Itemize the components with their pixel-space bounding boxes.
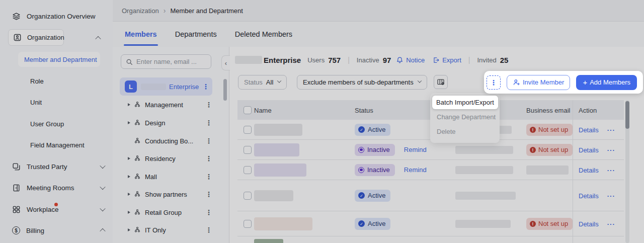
sidebar-item-organization-overview[interactable]: Organization Overview xyxy=(12,10,105,23)
expand-arrow-icon[interactable] xyxy=(128,121,130,124)
details-link[interactable]: Details xyxy=(579,126,599,133)
sidebar-item-organization[interactable]: Organization xyxy=(8,29,64,46)
tree-scrollbar[interactable] xyxy=(223,79,227,101)
sidebar-item-member-and-department[interactable]: Member and Department xyxy=(18,52,100,67)
select-all-checkbox[interactable] xyxy=(244,106,252,114)
details-link[interactable]: Details xyxy=(579,192,599,199)
kebab-menu-icon[interactable]: ⋮ xyxy=(205,137,212,145)
remind-link[interactable]: Remind xyxy=(404,146,427,153)
tab-deleted-members[interactable]: Deleted Members xyxy=(235,30,292,38)
tree-item-label: IT Only xyxy=(145,226,205,234)
row-more-icon[interactable]: ··· xyxy=(607,220,615,227)
check-circle-icon: ✓ xyxy=(358,126,365,133)
tab-departments[interactable]: Departments xyxy=(175,30,217,38)
row-checkbox[interactable] xyxy=(244,220,252,228)
row-checkbox[interactable] xyxy=(244,192,252,200)
sidebar-item-meeting-rooms[interactable]: Meeting Rooms xyxy=(12,181,105,194)
kebab-menu-icon[interactable]: ⋮ xyxy=(205,154,212,163)
search-input[interactable] xyxy=(136,58,202,65)
details-link[interactable]: Details xyxy=(579,220,599,227)
row-checkbox[interactable] xyxy=(244,146,252,154)
kebab-menu-icon[interactable]: ⋮ xyxy=(205,190,212,198)
collapse-panel-button[interactable]: ‹ xyxy=(221,55,230,70)
redacted-name xyxy=(254,124,302,136)
status-filter-select[interactable]: Status All xyxy=(238,75,287,90)
expand-arrow-icon[interactable] xyxy=(128,193,130,196)
redacted-name xyxy=(254,217,312,230)
sidebar-item-label: Field Management xyxy=(30,141,85,149)
sidebar-item-workplace[interactable]: Workplace xyxy=(12,203,105,216)
sidebar-item-trusted-party[interactable]: Trusted Party xyxy=(12,160,105,173)
tree-item-mall[interactable]: Mall⋮ xyxy=(120,168,212,186)
chevron-up-icon xyxy=(100,228,105,234)
column-header-action: Action xyxy=(579,106,597,114)
sidebar-item-role[interactable]: Role xyxy=(30,75,44,87)
table-settings-icon xyxy=(437,78,445,86)
notification-dot xyxy=(54,203,58,206)
export-link[interactable]: Export xyxy=(432,56,461,64)
kebab-menu-icon[interactable]: ⋮ xyxy=(205,208,212,216)
table-scrollbar-thumb[interactable] xyxy=(625,101,629,129)
kebab-menu-icon[interactable]: ⋮ xyxy=(202,83,209,91)
tree-item-retail-group[interactable]: Retail Group⋮ xyxy=(120,203,212,221)
kebab-menu-icon[interactable]: ⋮ xyxy=(205,101,212,109)
inactive-dot-icon xyxy=(358,167,364,173)
sidebar-item-unit[interactable]: Unit xyxy=(30,97,42,108)
tab-members[interactable]: Members xyxy=(125,30,157,38)
chevron-down-icon xyxy=(100,163,105,169)
row-more-icon[interactable]: ··· xyxy=(607,146,615,153)
tree-item-residency[interactable]: Residency⋮ xyxy=(120,149,212,168)
notice-link[interactable]: Notice xyxy=(396,56,425,64)
tree-item-show-partners[interactable]: Show partners⋮ xyxy=(120,185,212,203)
details-link[interactable]: Details xyxy=(579,146,599,153)
org-chart-icon xyxy=(134,191,141,198)
add-members-button[interactable]: + Add Members xyxy=(576,75,637,90)
remind-link[interactable]: Remind xyxy=(404,166,427,174)
breadcrumb-parent[interactable]: Organization xyxy=(122,7,159,15)
sidebar-item-billing[interactable]: $ Billing xyxy=(12,224,105,237)
column-settings-button[interactable] xyxy=(434,75,448,89)
status-badge: ✓Active xyxy=(355,218,390,230)
expand-arrow-icon[interactable] xyxy=(128,211,130,214)
row-checkbox[interactable] xyxy=(244,126,252,134)
redacted-org-name xyxy=(141,84,166,90)
tree-item-label: Retail Group xyxy=(145,209,205,216)
menu-item-batch-import-export[interactable]: Batch Import/Export xyxy=(432,96,498,109)
expand-arrow-icon[interactable] xyxy=(128,157,130,160)
sidebar-item-field-management[interactable]: Field Management xyxy=(30,139,85,150)
details-link[interactable]: Details xyxy=(579,166,599,174)
kebab-menu-icon[interactable]: ⋮ xyxy=(205,119,212,127)
tree-item-it-only[interactable]: IT Only⋮ xyxy=(120,221,212,239)
redacted-company-name xyxy=(235,56,262,64)
sidebar-item-user-group[interactable]: User Group xyxy=(30,118,64,129)
more-actions-button[interactable]: ⋮ xyxy=(487,75,501,90)
row-more-icon[interactable]: ··· xyxy=(607,192,615,199)
exclaim-circle-icon: ! xyxy=(530,221,536,227)
inactive-dot-icon xyxy=(358,147,364,153)
table-row: InactiveRemind Details··· xyxy=(237,160,624,180)
row-more-icon[interactable]: ··· xyxy=(607,126,615,133)
chevron-up-icon[interactable] xyxy=(95,36,101,42)
kebab-menu-icon[interactable]: ⋮ xyxy=(205,173,212,181)
tree-item-root[interactable]: L Enterprise ⋮ xyxy=(120,77,212,96)
org-chart-icon xyxy=(134,101,141,108)
export-label: Export xyxy=(442,56,461,64)
expand-arrow-icon[interactable] xyxy=(128,175,130,178)
expand-arrow-icon[interactable] xyxy=(128,228,130,231)
scope-filter-select[interactable]: Exclude members of sub-departments xyxy=(297,75,427,90)
chevron-down-icon xyxy=(100,206,105,211)
toolbar-actions-spotlight: ⋮ Invite Member + Add Members xyxy=(484,71,643,94)
redacted-value xyxy=(455,166,513,174)
chevron-down-icon xyxy=(417,78,421,83)
scope-filter-value: Exclude members of sub-departments xyxy=(303,78,414,86)
tree-item-design[interactable]: Design⋮ xyxy=(120,114,212,132)
expand-arrow-icon[interactable] xyxy=(128,103,130,106)
invite-member-button[interactable]: Invite Member xyxy=(507,75,570,90)
tree-item-management[interactable]: Management⋮ xyxy=(120,96,212,114)
row-more-icon[interactable]: ··· xyxy=(607,166,615,174)
row-checkbox[interactable] xyxy=(244,166,252,174)
overlap-squares-icon xyxy=(12,163,21,171)
export-icon xyxy=(432,56,440,64)
tree-item-conducting-board[interactable]: Conducting Bo...⋮ xyxy=(120,132,212,150)
kebab-menu-icon[interactable]: ⋮ xyxy=(205,226,212,234)
